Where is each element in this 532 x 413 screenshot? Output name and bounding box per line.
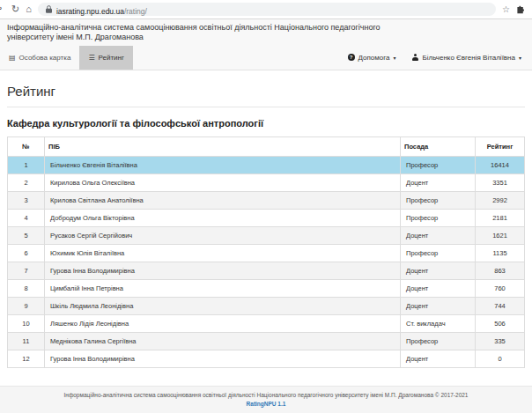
table-row: 2Кирилова Ольга ОлексіївнаДоцент3351 [8,173,525,191]
id-card-icon: ▤ [9,54,16,62]
cell-name: Ляшенко Лідія Леонідівна [45,314,401,332]
cell-num: 4 [8,209,45,226]
cell-position: Професор [401,156,476,173]
cell-rating: 1621 [476,226,525,244]
user-menu-name: Більченко Євгенія Віталіївна [422,54,515,62]
reload-icon[interactable]: ↻ [11,4,19,14]
cell-name: Шкіль Людмила Леонідівна [45,297,401,314]
cell-position: Професор [401,244,476,262]
department-title: Кафедра культурології та філософської ан… [7,118,525,129]
url-host: iasrating.npu.edu.ua [56,7,124,16]
url-path: /rating/ [124,7,147,16]
table-row: 6Юхимик Юлія ВіталіївнаПрофесор1135 [8,244,525,262]
cell-position: Доцент [401,297,476,314]
cell-rating: 506 [476,314,525,332]
cell-name: Кирилова Ольга Олексіївна [45,173,401,191]
header-num: № [8,136,45,156]
cell-position: Доцент [401,279,476,297]
table-row: 10Ляшенко Лідія ЛеонідівнаСт. викладач50… [8,314,525,332]
cell-num: 3 [8,191,45,209]
cell-rating: 335 [476,332,525,350]
user-icon [411,54,418,61]
table-row: 7Гурова Інна ВолодимирівнаДоцент863 [8,262,525,279]
navbar-right: ? Допомога ▾ Більченко Євгенія Віталіївн… [348,46,532,70]
table-header-row: № ПІБ Посада Рейтинг [8,136,525,156]
cell-name: Юхимик Юлія Віталіївна [45,244,401,262]
cell-position: Професор [401,191,476,209]
cell-position: Доцент [401,173,476,191]
extensions-icon[interactable] [516,2,525,18]
help-menu-label: Допомога [358,54,390,62]
back-icon[interactable]: ↩ [0,4,5,14]
cell-rating: 744 [476,297,525,314]
cell-name: Цимбалій Інна Петрівна [45,279,401,297]
tab-personal-card-label: Особова картка [19,54,71,62]
table-row: 3Крилова Світлана АнатоліївнаПрофесор299… [8,191,525,209]
list-icon: ☰ [88,54,94,62]
cell-name: Добродум Ольга Вікторівна [45,209,401,226]
app-title: Інформаційно-аналітична система самооцін… [0,19,418,44]
header-rating: Рейтинг [476,136,525,156]
cell-position: Професор [401,209,476,226]
cell-num: 6 [8,244,45,262]
tab-personal-card[interactable]: ▤ Особова картка [0,46,79,70]
title-divider [7,107,525,107]
table-row: 1Більченко Євгенія ВіталіївнаПрофесор164… [8,156,525,173]
cell-num: 11 [8,332,45,350]
table-row: 8Цимбалій Інна ПетрівнаДоцент760 [8,279,525,297]
version-link[interactable]: RatingNPU 1.1 [247,401,286,407]
user-menu[interactable]: Більченко Євгенія Віталіївна ▾ [411,54,521,62]
cell-num: 7 [8,262,45,279]
cell-position: Доцент [401,226,476,244]
chevron-down-icon: ▾ [519,55,521,61]
cell-num: 2 [8,173,45,191]
home-icon[interactable]: ⌂ [26,4,32,14]
tab-rating[interactable]: ☰ Рейтинг [79,46,133,70]
bookmark-star-icon[interactable]: ☆ [502,4,510,14]
cell-name: Гурова Інна Володимирівна [45,350,401,367]
header-position: Посада [401,136,476,156]
table-row: 12Гурова Інна ВолодимирівнаДоцент0 [8,350,525,367]
main-content: Рейтинг Кафедра культурології та філософ… [0,84,532,368]
cell-num: 8 [8,279,45,297]
cell-rating: 0 [476,350,525,367]
footer-copyright: Інформаційно-аналітична система самооцін… [0,392,532,398]
cell-rating: 1135 [476,244,525,262]
chevron-down-icon: ▾ [393,55,395,61]
table-row: 9Шкіль Людмила ЛеонідівнаДоцент744 [8,297,525,314]
cell-position: Доцент [401,262,476,279]
header-name: ПІБ [45,136,401,156]
tab-rating-label: Рейтинг [99,54,124,62]
cell-rating: 760 [476,279,525,297]
page-header: Інформаційно-аналітична система самооцін… [0,19,532,70]
rating-table: № ПІБ Посада Рейтинг 1Більченко Євгенія … [7,136,525,368]
cell-rating: 2181 [476,209,525,226]
address-bar[interactable]: iasrating.npu.edu.ua/rating/ [38,3,496,16]
cell-num: 12 [8,350,45,367]
cell-rating: 2992 [476,191,525,209]
browser-toolbar: ↩ ↻ ⌂ iasrating.npu.edu.ua/rating/ ☆ [0,0,532,19]
cell-num: 5 [8,226,45,244]
cell-name: Меднікова Галина Сергіївна [45,332,401,350]
cell-rating: 3351 [476,173,525,191]
page-title: Рейтинг [7,84,525,99]
cell-num: 10 [8,314,45,332]
cell-name: Русаков Сергій Сергійович [45,226,401,244]
table-row: 5Русаков Сергій СергійовичДоцент1621 [8,226,525,244]
cell-name: Крилова Світлана Анатоліївна [45,191,401,209]
lock-icon [46,5,52,13]
cell-rating: 863 [476,262,525,279]
cell-position: Доцент [401,350,476,367]
table-row: 11Меднікова Галина СергіївнаПрофесор335 [8,332,525,350]
main-navbar: ▤ Особова картка ☰ Рейтинг ? Допомога ▾ … [0,46,532,70]
cell-rating: 16414 [476,156,525,173]
page-footer: Інформаційно-аналітична система самооцін… [0,386,532,413]
cell-name: Гурова Інна Володимирівна [45,262,401,279]
cell-position: Професор [401,332,476,350]
cell-position: Ст. викладач [401,314,476,332]
help-menu[interactable]: ? Допомога ▾ [348,54,396,62]
rating-table-body: 1Більченко Євгенія ВіталіївнаПрофесор164… [8,156,525,367]
help-icon: ? [348,54,355,61]
table-row: 4Добродум Ольга ВікторівнаПрофесор2181 [8,209,525,226]
cell-name: Більченко Євгенія Віталіївна [45,156,401,173]
